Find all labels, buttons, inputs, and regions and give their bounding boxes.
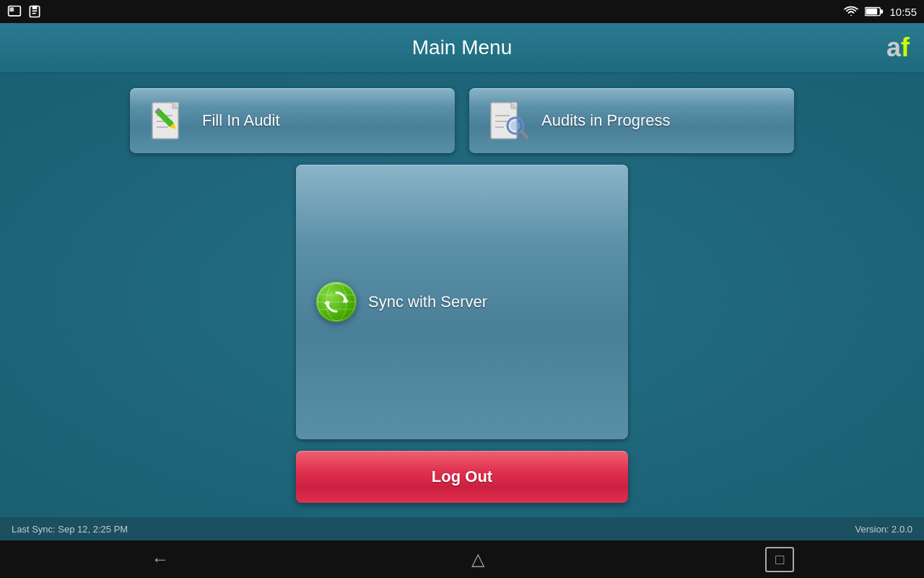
gallery-icon (7, 4, 22, 19)
fill-in-audit-button[interactable]: Fill In Audit (130, 88, 455, 153)
logo-f: f (901, 33, 910, 62)
app-logo: af (886, 35, 910, 61)
sync-globe-icon (316, 282, 357, 322)
svg-rect-6 (866, 9, 878, 14)
clipboard-icon (27, 4, 42, 19)
status-bar-left-icons (7, 4, 42, 19)
page-title: Main Menu (412, 36, 513, 59)
svg-line-25 (521, 131, 527, 137)
sync-with-server-button[interactable]: Sync with Server (296, 165, 628, 439)
back-button[interactable]: ← (130, 543, 191, 575)
fill-in-audit-label: Fill In Audit (202, 111, 280, 130)
document-search-icon (489, 100, 530, 141)
home-button[interactable]: △ (450, 543, 506, 575)
bottom-status-bar: Last Sync: Sep 12, 2:25 PM Version: 2.0.… (0, 517, 924, 540)
log-out-button[interactable]: Log Out (296, 451, 628, 503)
app-header: Main Menu af (0, 23, 924, 74)
wifi-icon (843, 6, 859, 17)
svg-point-24 (510, 121, 520, 131)
sync-with-server-label: Sync with Server (368, 293, 487, 311)
top-button-row: Fill In Audit (130, 88, 794, 153)
document-pencil-icon (150, 100, 191, 141)
logo-a: a (886, 33, 901, 62)
audits-in-progress-label: Audits in Progress (541, 111, 671, 130)
recents-button[interactable]: □ (765, 547, 794, 572)
main-content: Fill In Audit (0, 74, 924, 517)
battery-icon (865, 7, 884, 17)
nav-bar: ← △ □ (0, 540, 924, 578)
status-bar: 10:55 (0, 0, 924, 23)
time-display: 10:55 (889, 6, 917, 18)
audits-in-progress-button[interactable]: Audits in Progress (469, 88, 794, 153)
version-text: Version: 2.0.0 (855, 524, 913, 535)
status-bar-right-icons: 10:55 (843, 6, 917, 18)
log-out-label: Log Out (432, 467, 492, 486)
svg-rect-1 (9, 7, 14, 12)
svg-rect-7 (881, 9, 884, 14)
last-sync-text: Last Sync: Sep 12, 2:25 PM (12, 524, 128, 535)
